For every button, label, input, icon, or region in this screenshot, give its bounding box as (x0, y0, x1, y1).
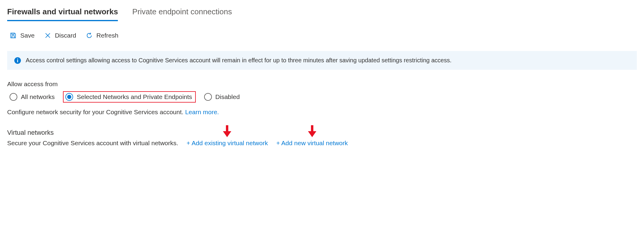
svg-rect-4 (226, 125, 228, 132)
radio-disabled[interactable]: Disabled (202, 91, 242, 103)
learn-more-link[interactable]: Learn more. (185, 109, 219, 115)
save-button[interactable]: Save (10, 32, 35, 39)
close-icon (44, 32, 51, 39)
svg-point-3 (17, 58, 18, 59)
info-icon (14, 57, 21, 64)
discard-button[interactable]: Discard (44, 32, 76, 39)
radio-circle-unchecked (204, 93, 212, 101)
save-icon (10, 32, 17, 39)
access-description: Configure network security for your Cogn… (7, 109, 637, 116)
tab-private-endpoints[interactable]: Private endpoint connections (132, 7, 232, 21)
add-new-vnet-label: + Add new virtual network (276, 140, 348, 146)
refresh-button[interactable]: Refresh (86, 32, 118, 39)
save-label: Save (20, 32, 35, 39)
access-radio-group: All networks Selected Networks and Priva… (7, 91, 637, 103)
radio-all-networks-label: All networks (21, 93, 55, 100)
virtual-networks-heading: Virtual networks (7, 129, 637, 137)
tab-firewalls[interactable]: Firewalls and virtual networks (7, 7, 118, 21)
vnet-line: Secure your Cognitive Services account w… (7, 140, 637, 147)
toolbar: Save Discard Refresh (7, 32, 637, 39)
radio-selected-networks-label: Selected Networks and Private Endpoints (77, 93, 192, 100)
arrow-down-icon (223, 125, 231, 137)
discard-label: Discard (55, 32, 76, 39)
add-existing-vnet-link[interactable]: + Add existing virtual network (187, 140, 268, 147)
radio-circle-unchecked (10, 93, 17, 101)
info-banner: Access control settings allowing access … (7, 51, 637, 70)
svg-rect-5 (311, 125, 313, 132)
radio-disabled-label: Disabled (215, 93, 240, 100)
svg-rect-2 (17, 60, 18, 62)
radio-circle-checked (65, 93, 73, 101)
info-banner-text: Access control settings allowing access … (26, 57, 452, 64)
svg-rect-0 (12, 36, 14, 38)
add-new-vnet-link[interactable]: + Add new virtual network (276, 140, 348, 147)
allow-access-label: Allow access from (7, 81, 637, 88)
add-existing-vnet-label: + Add existing virtual network (187, 140, 268, 146)
access-description-text: Configure network security for your Cogn… (7, 109, 185, 115)
arrow-down-icon (308, 125, 316, 137)
tab-bar: Firewalls and virtual networks Private e… (7, 7, 637, 21)
radio-all-networks[interactable]: All networks (7, 91, 57, 103)
refresh-icon (86, 32, 93, 39)
radio-selected-networks[interactable]: Selected Networks and Private Endpoints (63, 91, 195, 103)
vnet-description: Secure your Cognitive Services account w… (7, 140, 178, 147)
refresh-label: Refresh (96, 32, 118, 39)
